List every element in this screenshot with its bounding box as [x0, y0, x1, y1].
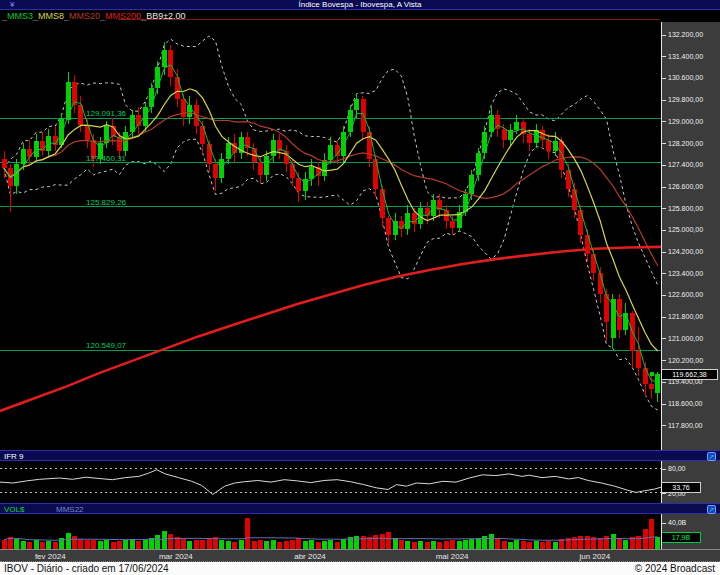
volume-bar [226, 541, 231, 549]
candle-body [213, 164, 218, 178]
volume-bar [514, 540, 519, 549]
volume-bar [572, 537, 577, 549]
volume-bar [380, 534, 385, 550]
volume-bar [111, 542, 116, 549]
status-text: IBOV - Diário - criado em 17/06/2024 [4, 562, 169, 575]
volume-bar [425, 542, 430, 549]
time-axis[interactable]: fev 2024mar 2024abr 2024mai 2024jun 2024 [0, 549, 720, 562]
volume-bar [14, 539, 19, 549]
volume-bar [290, 540, 295, 549]
volume-bar [46, 541, 51, 549]
volume-bar [534, 541, 539, 549]
volume-bar [155, 535, 160, 549]
candle-body [226, 143, 231, 159]
volume-bar [136, 541, 141, 549]
volume-bar [123, 540, 128, 549]
candle-body [290, 164, 295, 178]
volume-bar [200, 540, 205, 549]
volume-bar [655, 537, 660, 549]
candle-body [623, 313, 628, 329]
volume-chart[interactable] [0, 514, 661, 549]
price-tick-label: 120.200,00 [662, 356, 703, 365]
candle-body [489, 115, 494, 131]
candle-body [636, 351, 641, 367]
copyright-text: © 2024 Broadcast [635, 562, 715, 575]
current-price-label: 119.662,38 [661, 369, 718, 380]
window-title: Índice Bovespa - Ibovespa, A Vista [298, 0, 421, 9]
candle-body [476, 153, 481, 175]
price-tick-label: 126.600,00 [662, 182, 703, 191]
volume-bar [585, 536, 590, 549]
candle-body [296, 178, 301, 192]
volume-bar [341, 539, 346, 549]
candle-body [21, 149, 26, 164]
candle-body [354, 99, 359, 110]
indicator-label[interactable]: MMS8 [38, 11, 64, 21]
candlestick-chart[interactable]: 129.091,36127.460,31125.829,26120.549,07 [0, 22, 661, 450]
month-label: abr 2024 [294, 552, 326, 561]
month-label: fev 2024 [35, 552, 66, 561]
volume-bar [476, 538, 481, 550]
volume-bar [53, 542, 58, 549]
candle-body [572, 189, 577, 211]
volume-bar [636, 536, 641, 550]
candle-body [380, 189, 385, 219]
indicator-label[interactable]: MMS3 [7, 11, 33, 21]
price-tick-label: 121.800,00 [662, 312, 703, 321]
volume-bar [412, 542, 417, 549]
volume-current-label: 17,9B [661, 532, 701, 543]
volume-bar [143, 540, 148, 549]
price-tick-label: 131.400,00 [662, 52, 703, 61]
ifr-rsi-chart[interactable] [0, 461, 661, 503]
level-price-label: 129.091,36 [86, 109, 127, 118]
volume-bar [495, 539, 500, 549]
month-label: mai 2024 [436, 552, 469, 561]
volume-bar [258, 540, 263, 549]
candle-body [425, 208, 430, 216]
expand-panel-icon[interactable]: ↗ [707, 452, 716, 461]
candle-body [655, 374, 660, 393]
volume-panel-header[interactable]: VOL$ MMS22 ↗ [0, 503, 720, 514]
volume-bar [469, 539, 474, 549]
candle-body [393, 221, 398, 235]
volume-bar [643, 529, 648, 549]
volume-bar [418, 541, 423, 549]
price-tick-label: 132.200,00 [662, 30, 703, 39]
trading-app-window: ¥ Índice Bovespa - Ibovespa, A Vista _MM… [0, 0, 720, 575]
volume-bar [181, 539, 186, 549]
volume-bar [207, 538, 212, 549]
candle-body [328, 145, 333, 160]
candle-body [14, 164, 19, 186]
ifr-panel-header[interactable]: IFR 9 ↗ [0, 450, 720, 461]
axis-separator-line [661, 22, 662, 549]
volume-bar [405, 541, 410, 549]
price-tick-label: 124.200,00 [662, 247, 703, 256]
window-titlebar[interactable]: ¥ Índice Bovespa - Ibovespa, A Vista [0, 0, 720, 10]
volume-bar [232, 542, 237, 549]
price-tick-label: 129.800,00 [662, 95, 703, 104]
candle-body [72, 82, 77, 105]
candle-body [373, 159, 378, 189]
volume-bar [316, 542, 321, 549]
candle-body [271, 140, 276, 156]
mms20-line [4, 113, 658, 266]
volume-bar [91, 540, 96, 549]
candle-body [463, 194, 468, 212]
volume-bar [354, 536, 359, 550]
candle-body [559, 141, 564, 170]
price-tick-label: 117.800,00 [662, 421, 703, 430]
volume-bar [431, 541, 436, 549]
volume-bar [303, 541, 308, 549]
volume-bar [117, 541, 122, 549]
level-price-label: 120.549,07 [86, 341, 127, 350]
candle-body [386, 218, 391, 234]
expand-panel-icon[interactable]: ↗ [707, 505, 716, 514]
volume-bar [72, 536, 77, 549]
indicator-row-line [118, 19, 660, 20]
candle-body [155, 67, 160, 89]
price-tick-label: 128.200,00 [662, 139, 703, 148]
indicator-label[interactable]: MMS20 [69, 11, 100, 21]
volume-bar [187, 541, 192, 549]
price-tick-label: 127.400,00 [662, 160, 703, 169]
price-axis-gutter[interactable]: 132.200,00131.400,00130.600,00129.800,00… [662, 22, 720, 549]
